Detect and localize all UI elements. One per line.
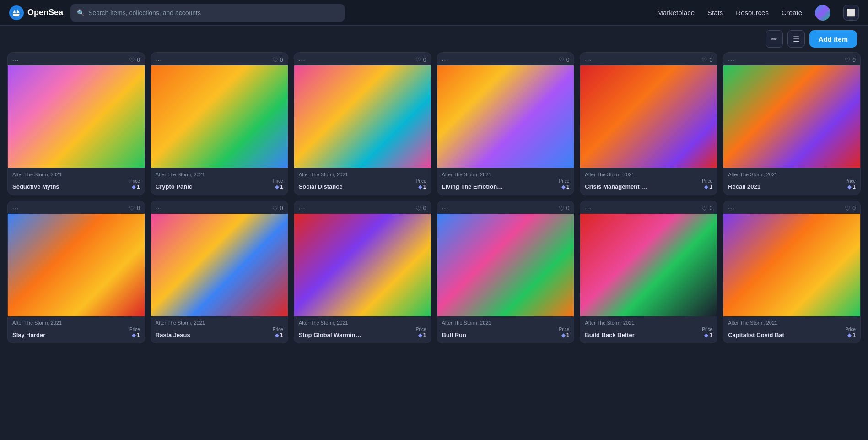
card-title: Seductive Myths (12, 183, 59, 190)
card-collection: After The Storm, 2021 (442, 320, 570, 326)
card-image (580, 214, 717, 316)
nft-card[interactable]: ··· ♡ 0 After The Storm, 2021 Slay Harde… (7, 201, 145, 343)
like-count: 0 (852, 57, 856, 63)
card-menu-dots[interactable]: ··· (585, 205, 592, 212)
card-menu-dots[interactable]: ··· (156, 205, 162, 212)
card-price-value: ◆ 1 (702, 184, 712, 190)
card-price-value: ◆ 1 (273, 332, 283, 338)
card-image (437, 214, 574, 316)
card-menu-dots[interactable]: ··· (585, 56, 592, 64)
card-like[interactable]: ♡ 0 (415, 205, 426, 212)
card-info: After The Storm, 2021 Living The Emotion… (437, 168, 574, 195)
card-like[interactable]: ♡ 0 (559, 205, 570, 212)
card-like[interactable]: ♡ 0 (129, 205, 140, 212)
card-info: After The Storm, 2021 Seductive Myths Pr… (8, 168, 145, 195)
nft-card[interactable]: ··· ♡ 0 After The Storm, 2021 Living The… (437, 52, 575, 195)
price-amount: 1 (709, 184, 712, 190)
card-like[interactable]: ♡ 0 (272, 56, 283, 64)
nft-card[interactable]: ··· ♡ 0 After The Storm, 2021 Stop Globa… (294, 201, 431, 343)
card-bottom: Stop Global Warming/Sto... Price ◆ 1 (299, 327, 426, 338)
brand-logo[interactable]: OpenSea (9, 5, 63, 20)
card-artwork (151, 214, 288, 316)
svg-point-0 (9, 5, 24, 20)
card-image (8, 214, 145, 316)
card-image (8, 65, 145, 168)
search-bar: 🔍 (70, 4, 345, 22)
card-title: Rasta Jesus (156, 331, 190, 338)
edit-button[interactable]: ✏ (766, 30, 783, 48)
nav-resources[interactable]: Resources (736, 9, 769, 16)
card-header: ··· ♡ 0 (294, 53, 431, 65)
card-header: ··· ♡ 0 (580, 201, 717, 214)
navbar: OpenSea 🔍 Marketplace Stats Resources Cr… (0, 0, 868, 26)
card-like[interactable]: ♡ 0 (701, 56, 712, 64)
nav-create[interactable]: Create (782, 9, 802, 16)
card-header: ··· ♡ 0 (294, 201, 431, 214)
card-like[interactable]: ♡ 0 (559, 56, 570, 64)
nft-card[interactable]: ··· ♡ 0 After The Storm, 2021 Recall 202… (723, 52, 861, 195)
card-price-group: Price ◆ 1 (845, 179, 856, 190)
card-collection: After The Storm, 2021 (12, 172, 140, 177)
search-input[interactable] (88, 9, 339, 16)
card-like[interactable]: ♡ 0 (272, 205, 283, 212)
card-artwork (294, 65, 431, 168)
nft-card[interactable]: ··· ♡ 0 After The Storm, 2021 Crypto Pan… (151, 52, 288, 195)
nft-card[interactable]: ··· ♡ 0 After The Storm, 2021 Bull Run P… (437, 201, 575, 343)
nft-card[interactable]: ··· ♡ 0 After The Storm, 2021 Social Dis… (294, 52, 431, 195)
card-collection: After The Storm, 2021 (728, 320, 856, 326)
card-menu-dots[interactable]: ··· (728, 205, 735, 212)
card-bottom: Living The Emotional Desert Price ◆ 1 (442, 179, 570, 190)
card-menu-dots[interactable]: ··· (299, 56, 306, 64)
card-price-label: Price (845, 179, 856, 184)
card-info: After The Storm, 2021 Crypto Panic Price… (151, 168, 288, 195)
card-bottom: Bull Run Price ◆ 1 (442, 327, 570, 338)
card-like[interactable]: ♡ 0 (845, 205, 856, 212)
card-image (294, 214, 431, 316)
card-artwork (8, 65, 145, 168)
nft-card[interactable]: ··· ♡ 0 After The Storm, 2021 Seductive … (7, 52, 145, 195)
card-price-value: ◆ 1 (845, 184, 856, 190)
card-menu-dots[interactable]: ··· (12, 56, 19, 64)
nav-marketplace[interactable]: Marketplace (657, 9, 695, 16)
avatar[interactable] (815, 5, 830, 21)
card-header: ··· ♡ 0 (151, 53, 288, 65)
card-menu-dots[interactable]: ··· (156, 56, 162, 64)
nft-card[interactable]: ··· ♡ 0 After The Storm, 2021 Crisis Man… (580, 52, 717, 195)
card-menu-dots[interactable]: ··· (728, 56, 735, 64)
nft-card[interactable]: ··· ♡ 0 After The Storm, 2021 Build Back… (580, 201, 717, 343)
card-price-group: Price ◆ 1 (702, 179, 712, 190)
card-like[interactable]: ♡ 0 (415, 56, 426, 64)
nav-stats[interactable]: Stats (707, 9, 723, 16)
toolbar: ✏ ☰ Add item (0, 26, 868, 52)
nft-card[interactable]: ··· ♡ 0 After The Storm, 2021 Rasta Jesu… (151, 201, 288, 343)
eth-icon: ◆ (704, 332, 708, 338)
like-count: 0 (566, 57, 570, 63)
card-like[interactable]: ♡ 0 (845, 56, 856, 64)
like-count: 0 (137, 57, 140, 63)
card-info: After The Storm, 2021 Slay Harder Price … (8, 316, 145, 343)
card-header: ··· ♡ 0 (8, 53, 145, 65)
nft-card[interactable]: ··· ♡ 0 After The Storm, 2021 Capitalist… (723, 201, 861, 343)
wallet-icon[interactable]: ⬜ (843, 5, 859, 21)
card-price-label: Price (416, 327, 426, 332)
card-price-value: ◆ 1 (702, 332, 712, 338)
price-amount: 1 (137, 332, 140, 338)
card-price-value: ◆ 1 (416, 332, 426, 338)
card-like[interactable]: ♡ 0 (701, 205, 712, 212)
card-price-label: Price (416, 179, 426, 184)
eth-icon: ◆ (275, 184, 279, 190)
card-price-group: Price ◆ 1 (273, 327, 283, 338)
card-like[interactable]: ♡ 0 (129, 56, 140, 64)
card-info: After The Storm, 2021 Stop Global Warmin… (294, 316, 431, 343)
add-item-button[interactable]: Add item (809, 30, 857, 48)
card-menu-dots[interactable]: ··· (442, 56, 449, 64)
heart-icon: ♡ (701, 205, 707, 212)
list-view-button[interactable]: ☰ (787, 30, 805, 48)
card-menu-dots[interactable]: ··· (12, 205, 19, 212)
card-price-group: Price ◆ 1 (559, 179, 570, 190)
card-artwork (294, 214, 431, 316)
card-artwork (580, 214, 717, 316)
card-collection: After The Storm, 2021 (585, 172, 712, 177)
card-menu-dots[interactable]: ··· (299, 205, 306, 212)
card-menu-dots[interactable]: ··· (442, 205, 449, 212)
